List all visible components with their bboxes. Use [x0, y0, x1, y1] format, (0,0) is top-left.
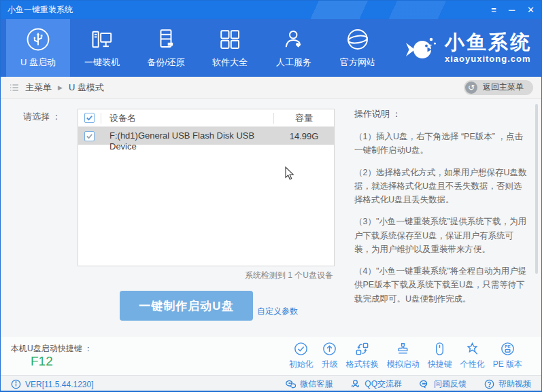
wechat-icon	[286, 379, 296, 389]
back-arrow-icon: ↺	[465, 82, 477, 94]
usb-icon	[26, 27, 50, 52]
device-capacity: 14.99G	[274, 131, 334, 141]
pe-version-icon: PE	[500, 341, 515, 357]
nav-item-backup-restore[interactable]: 备份/还原	[134, 19, 198, 77]
breadcrumb-bar: 主菜单 ▶ U 盘模式 ↺ 返回主菜单	[1, 77, 541, 99]
tool-simulate-boot[interactable]: 模拟启动	[383, 341, 424, 370]
instruction-step: （4）"小鱼一键重装系统"将全程自动为用户提供PE版本下载及系统下载至U盘，只需…	[354, 264, 527, 306]
scrollbar[interactable]	[535, 104, 538, 274]
tool-pe-version[interactable]: PE PE 版本	[489, 341, 526, 370]
app-window: 小鱼一键重装系统 ≡ ─ ✕ U 盘启动 一键装机	[0, 0, 542, 392]
detect-status-text: 系统检测到 1 个U盘设备	[245, 270, 333, 281]
hotkey-mouse-icon	[432, 341, 447, 357]
select-all-checkbox[interactable]	[84, 113, 95, 123]
nav-item-software[interactable]: 软件大全	[198, 19, 262, 77]
instruction-step: （2）选择格式化方式，如果用户想保存U盘数据，就选择格式化U盘且不丢失数据，否则…	[354, 166, 527, 207]
feedback-link[interactable]: 问题反馈	[420, 378, 467, 390]
table-header: 设备名 容量	[78, 109, 334, 127]
breadcrumb-current: U 盘模式	[69, 82, 104, 94]
tool-upgrade[interactable]: 升级	[318, 341, 342, 370]
nav-item-label: U 盘启动	[20, 56, 56, 69]
titlebar: 小鱼一键重装系统 ≡ ─ ✕	[1, 1, 541, 19]
nav-item-website[interactable]: 官方网站	[326, 19, 390, 77]
upgrade-arrow-icon	[322, 341, 337, 357]
nav-item-label: 软件大全	[212, 56, 248, 69]
make-boot-usb-button[interactable]: 一键制作启动U盘	[120, 291, 253, 321]
nav-item-service[interactable]: 人工服务	[262, 19, 326, 77]
tool-personalize[interactable]: 个性化	[456, 341, 489, 370]
personalize-star-icon	[464, 341, 480, 357]
nav-item-label: 备份/还原	[147, 56, 185, 69]
init-check-icon	[293, 341, 309, 357]
person-service-icon	[282, 27, 306, 52]
main-content: 请选择 ： 设备名 容量 F:(hd1)General USB Flash Di…	[1, 99, 541, 337]
nav-item-label: 官方网站	[340, 56, 375, 69]
nav-item-one-click-install[interactable]: 一键装机	[70, 19, 134, 77]
apps-grid-icon	[218, 27, 242, 52]
back-to-main-menu-button[interactable]: ↺ 返回主菜单	[464, 80, 533, 95]
nav-item-label: 一键装机	[84, 56, 120, 69]
instructions-panel: 操作说明 ： （1）插入U盘，右下角选择 “PE版本” ，点击一键制作启动U盘。…	[354, 108, 527, 314]
hotkey-label: 本机U盘启动快捷键 ：	[11, 343, 92, 355]
tool-initialize[interactable]: 初始化	[285, 341, 318, 370]
column-header-device: 设备名	[101, 113, 274, 124]
wechat-support-link[interactable]: 微信客服	[286, 378, 333, 390]
breadcrumb-root[interactable]: 主菜单	[25, 82, 52, 94]
feedback-bubble-icon	[420, 379, 430, 389]
version-info[interactable]: VER[11.5.44.1230]	[11, 379, 94, 389]
status-bar: VER[11.5.44.1230] 微信客服 QQ交流群	[1, 375, 541, 392]
brand-name: 小鱼系统	[445, 33, 532, 52]
instructions-title: 操作说明 ：	[354, 108, 527, 120]
checkmark-icon	[86, 132, 93, 140]
simulate-boot-icon	[395, 341, 411, 357]
brand-logo: 小鱼系统 xiaoyuxitong.com	[404, 19, 532, 77]
nav-item-label: 人工服务	[276, 56, 311, 69]
select-label: 请选择 ：	[23, 111, 61, 123]
nav-item-usb-boot[interactable]: U 盘启动	[6, 19, 70, 77]
checkmark-icon	[86, 114, 93, 122]
custom-params-link[interactable]: 自定义参数	[257, 306, 298, 317]
device-table: 设备名 容量 F:(hd1)General USB Flash Disk USB…	[78, 109, 335, 266]
brand-domain: xiaoyuxitong.com	[445, 54, 532, 63]
table-row[interactable]: F:(hd1)General USB Flash Disk USB Device…	[78, 127, 334, 145]
help-question-icon	[484, 379, 494, 389]
main-nav: U 盘启动 一键装机 备份/还原 软件大全	[1, 19, 541, 77]
list-icon	[9, 82, 20, 93]
help-videos-link[interactable]: 帮助视频	[484, 378, 531, 390]
menu-icon[interactable]: ≡	[491, 5, 496, 14]
backup-restore-icon	[154, 27, 178, 52]
instruction-step: （1）插入U盘，右下角选择 “PE版本” ，点击一键制作启动U盘。	[354, 130, 527, 158]
window-title: 小鱼一键重装系统	[7, 4, 73, 16]
row-checkbox[interactable]	[84, 131, 95, 141]
tool-hotkeys[interactable]: 快捷键	[424, 341, 456, 370]
instruction-step: （3）"小鱼一键重装系统"提供系统下载，为用户下载系统保存至U盘，保证用户有系统…	[354, 215, 527, 256]
info-icon	[11, 379, 21, 389]
device-name: F:(hd1)General USB Flash Disk USB Device	[101, 130, 274, 141]
fish-icon	[404, 34, 439, 63]
tool-format-convert[interactable]: 格式转换	[342, 341, 383, 370]
qq-group-link[interactable]: QQ交流群	[350, 378, 402, 390]
globe-icon	[345, 27, 370, 52]
close-icon[interactable]: ✕	[527, 5, 535, 14]
svg-text:PE: PE	[505, 344, 510, 349]
column-header-capacity: 容量	[274, 112, 334, 124]
breadcrumb-separator-icon: ▶	[58, 84, 63, 91]
hotkey-value: F12	[31, 354, 53, 369]
minimize-icon[interactable]: ─	[509, 5, 515, 14]
computer-icon	[90, 27, 114, 52]
format-convert-icon	[354, 341, 370, 357]
footer-bar: 本机U盘启动快捷键 ： F12 初始化 升级	[1, 337, 541, 375]
tools-row: 初始化 升级 格式转换	[285, 341, 526, 370]
qq-icon	[350, 379, 360, 389]
